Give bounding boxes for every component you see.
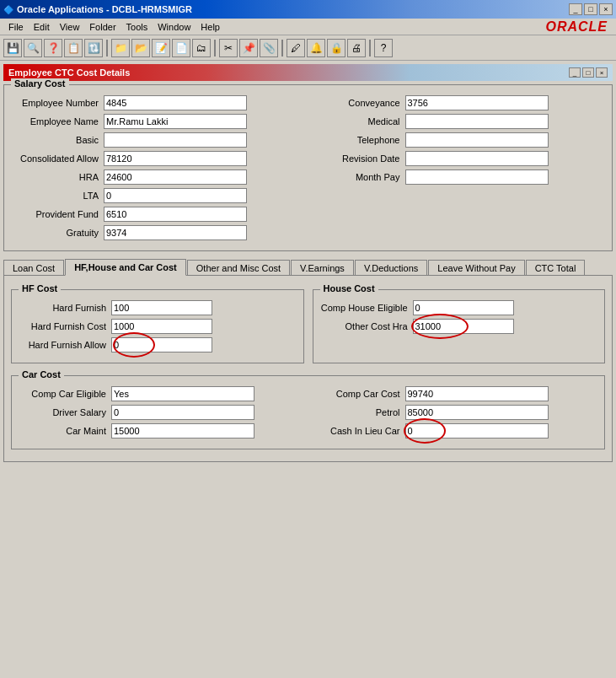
- minimize-button[interactable]: _: [569, 3, 582, 15]
- tab-ctc-total[interactable]: CTC Total: [526, 260, 586, 276]
- telephone-row: Telephone: [313, 132, 606, 148]
- revision-date-input[interactable]: [405, 151, 549, 166]
- close-button[interactable]: ×: [599, 3, 613, 15]
- hra-input[interactable]: [104, 170, 247, 185]
- salary-col-right: Conveyance Medical Telephone Revision Da…: [313, 95, 606, 244]
- comp-car-cost-input[interactable]: [405, 386, 549, 401]
- telephone-input[interactable]: [405, 132, 549, 148]
- hra-row: HRA: [11, 170, 304, 185]
- revision-date-label: Revision Date: [313, 153, 405, 164]
- tab-loan-cost[interactable]: Loan Cost: [3, 260, 64, 276]
- pf-label: Provident Fund: [11, 209, 104, 219]
- toolbar-btn-12[interactable]: 📌: [239, 39, 258, 57]
- toolbar-btn-15[interactable]: 🔔: [307, 39, 325, 57]
- toolbar-btn-16[interactable]: 🔒: [327, 39, 345, 57]
- toolbar-btn-8[interactable]: 📝: [152, 39, 170, 57]
- comp-house-row: Comp House Eligible: [320, 300, 598, 315]
- month-pay-input[interactable]: [405, 170, 549, 185]
- hra-label: HRA: [11, 172, 104, 182]
- lta-row: LTA: [11, 188, 304, 203]
- comp-house-input[interactable]: [413, 300, 514, 315]
- inner-min-btn[interactable]: _: [569, 67, 581, 78]
- medical-label: Medical: [313, 116, 405, 126]
- gratuity-row: Gratuity: [11, 225, 304, 240]
- consolidated-label: Consolidated Allow: [11, 153, 104, 164]
- toolbar-btn-6[interactable]: 📁: [111, 39, 130, 57]
- other-cost-hra-label: Other Cost Hra: [320, 321, 413, 331]
- hard-furnish-input[interactable]: [111, 300, 212, 315]
- petrol-input[interactable]: [405, 405, 549, 420]
- inner-close-btn[interactable]: ×: [596, 67, 608, 78]
- basic-label: Basic: [11, 135, 104, 145]
- driver-salary-label: Driver Salary: [19, 407, 111, 417]
- inner-max-btn[interactable]: □: [582, 67, 594, 78]
- conveyance-row: Conveyance: [313, 95, 606, 110]
- telephone-label: Telephone: [313, 135, 405, 145]
- tab-v-earnings[interactable]: V.Earnings: [291, 260, 354, 276]
- tab-v-deductions[interactable]: V.Deductions: [355, 260, 427, 276]
- consolidated-input[interactable]: [104, 151, 247, 166]
- toolbar: 💾 🔍 ❓ 📋 🔃 📁 📂 📝 📄 🗂 ✂ 📌 📎 🖊 🔔 🔒 🖨 ?: [0, 35, 616, 61]
- employee-name-input[interactable]: [104, 114, 247, 129]
- other-cost-hra-row: Other Cost Hra: [320, 319, 598, 334]
- toolbar-btn-10[interactable]: 🗂: [192, 39, 211, 57]
- menu-view[interactable]: View: [55, 20, 85, 34]
- toolbar-btn-4[interactable]: 📋: [64, 39, 83, 57]
- pf-input[interactable]: [104, 207, 247, 222]
- gratuity-input[interactable]: [104, 225, 247, 240]
- medical-row: Medical: [313, 114, 606, 129]
- employee-name-label: Employee Name: [11, 116, 104, 126]
- menu-tools[interactable]: Tools: [121, 20, 153, 34]
- tab-content: HF Cost Hard Furnish Hard Furnish Cost H…: [3, 275, 613, 462]
- other-cost-hra-input[interactable]: [413, 319, 514, 334]
- toolbar-btn-help[interactable]: ?: [374, 39, 393, 57]
- maximize-button[interactable]: □: [584, 3, 597, 15]
- menu-bar: File Edit View Folder Tools Window Help …: [0, 19, 616, 35]
- toolbar-btn-11[interactable]: ✂: [219, 39, 238, 57]
- toolbar-btn-5[interactable]: 🔃: [84, 39, 103, 57]
- toolbar-btn-1[interactable]: 💾: [3, 39, 22, 57]
- month-pay-label: Month Pay: [313, 172, 405, 182]
- conveyance-label: Conveyance: [313, 98, 405, 108]
- comp-car-eligible-input[interactable]: [111, 386, 254, 401]
- cash-in-lieu-input[interactable]: [405, 423, 549, 439]
- toolbar-btn-3[interactable]: ❓: [44, 39, 62, 57]
- window-controls: _ □ ×: [569, 3, 613, 15]
- toolbar-separator-1: [106, 40, 108, 56]
- menu-edit[interactable]: Edit: [29, 20, 55, 34]
- employee-name-row: Employee Name: [11, 114, 304, 129]
- tab-hf-house-car[interactable]: HF,House and Car Cost: [65, 259, 186, 276]
- window-title: Oracle Applications - DCBL-HRMSMIGR: [17, 4, 192, 14]
- medical-input[interactable]: [405, 114, 549, 129]
- toolbar-btn-17[interactable]: 🖨: [347, 39, 366, 57]
- toolbar-btn-7[interactable]: 📂: [131, 39, 150, 57]
- car-cost-title: Car Cost: [19, 369, 64, 379]
- hard-furnish-allow-input[interactable]: [111, 337, 212, 352]
- tab-other-misc[interactable]: Other and Misc Cost: [187, 260, 290, 276]
- oracle-logo: ORACLE: [545, 19, 608, 35]
- employee-number-input[interactable]: [104, 95, 247, 110]
- comp-car-cost-row: Comp Car Cost: [313, 386, 598, 401]
- comp-car-eligible-label: Comp Car Eligible: [19, 389, 111, 399]
- toolbar-btn-13[interactable]: 📎: [260, 39, 278, 57]
- petrol-label: Petrol: [313, 407, 405, 417]
- car-maint-input[interactable]: [111, 423, 254, 439]
- conveyance-input[interactable]: [405, 95, 549, 110]
- toolbar-btn-14[interactable]: 🖊: [287, 39, 305, 57]
- hard-furnish-cost-input[interactable]: [111, 319, 212, 334]
- menu-file[interactable]: File: [3, 20, 29, 34]
- menu-help[interactable]: Help: [196, 20, 225, 34]
- lta-input[interactable]: [104, 188, 247, 203]
- title-bar: 🔷 Oracle Applications - DCBL-HRMSMIGR _ …: [0, 0, 616, 19]
- basic-input[interactable]: [104, 132, 247, 148]
- salary-cost-group: Salary Cost Employee Number Employee Nam…: [3, 84, 613, 251]
- hf-cost-fields: Hard Furnish Hard Furnish Cost Hard Furn…: [19, 300, 297, 352]
- menu-folder[interactable]: Folder: [84, 20, 121, 34]
- toolbar-btn-2[interactable]: 🔍: [24, 39, 42, 57]
- toolbar-btn-9[interactable]: 📄: [172, 39, 190, 57]
- cash-in-lieu-row: Cash In Lieu Car: [313, 423, 598, 439]
- menu-window[interactable]: Window: [153, 20, 196, 34]
- comp-house-label: Comp House Eligible: [320, 303, 413, 313]
- driver-salary-input[interactable]: [111, 405, 254, 420]
- tab-leave-without-pay[interactable]: Leave Without Pay: [428, 260, 524, 276]
